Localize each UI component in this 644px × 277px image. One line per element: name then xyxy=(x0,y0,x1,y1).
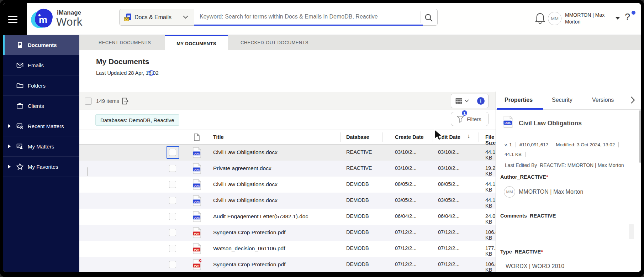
hamburger-menu-button[interactable] xyxy=(3,3,27,35)
panel-tab-properties[interactable]: Properties xyxy=(505,97,533,103)
doc-meta-item: 44.1 KB xyxy=(505,152,522,157)
filters-count-badge: 1 xyxy=(461,110,468,116)
sidebar-item-my-matters[interactable]: My Matters xyxy=(3,136,79,157)
required-asterisk: * xyxy=(541,249,543,255)
table-row[interactable]: DOCAudit Engagement Letter(57382.1).docD… xyxy=(79,209,496,225)
column-title[interactable]: Title xyxy=(213,134,224,140)
row-checkbox[interactable] xyxy=(169,229,176,236)
database-filter-chip[interactable]: Databases: DemoDB, Reactive xyxy=(95,114,179,126)
tab-checked-out-documents[interactable]: CHECKED-OUT DOCUMENTS xyxy=(228,35,321,50)
user-name[interactable]: MMORTON | Max Morton xyxy=(565,12,611,25)
row-database: DEMODB xyxy=(346,229,369,235)
expand-chevron-icon[interactable] xyxy=(8,145,11,148)
meta-separator xyxy=(525,152,526,157)
expand-chevron-icon[interactable] xyxy=(8,165,11,168)
page-title: My Documents xyxy=(96,57,149,66)
star-icon xyxy=(16,163,23,170)
docs-and-emails-icon xyxy=(124,14,132,21)
row-title[interactable]: Watson_decision_061106.pdf xyxy=(213,245,285,252)
table-row[interactable]: DOCCivil Law Obligations.docxDEMODB03/05… xyxy=(79,193,496,209)
file-icon-cell: PDF xyxy=(192,227,201,240)
row-file-size: 19.2 KB xyxy=(485,165,496,177)
refresh-icon[interactable] xyxy=(148,69,155,77)
row-title[interactable]: Civil Law Obligations.docx xyxy=(213,181,278,188)
type-value[interactable]: WORDX | WORD 2010 xyxy=(506,263,564,270)
doc-file-icon: DOC xyxy=(192,163,201,174)
select-all-checkbox[interactable] xyxy=(85,98,92,105)
search-icon[interactable] xyxy=(424,13,433,22)
required-asterisk: * xyxy=(546,174,548,180)
row-checkbox[interactable] xyxy=(169,197,176,204)
panel-scrollbar[interactable] xyxy=(639,110,641,163)
row-title[interactable]: Civil Law Obligations.docx xyxy=(213,197,278,204)
row-edit-date: 08/05/2... xyxy=(438,181,459,187)
row-edit-date: 07/12/2... xyxy=(438,261,459,267)
table-row[interactable]: PDFSyngenta Crop Protection.pdfDEMODB07/… xyxy=(79,225,496,241)
row-title[interactable]: Syngenta Crop Protection.pdf xyxy=(213,229,285,236)
row-checkbox[interactable] xyxy=(169,245,176,252)
sidebar-item-folders[interactable]: Folders xyxy=(3,75,79,96)
search-scope-dropdown[interactable]: Docs & Emails xyxy=(120,9,194,25)
sidebar-item-my-favorites[interactable]: My Favorites xyxy=(3,157,79,177)
column-file-size[interactable]: File Size xyxy=(485,134,496,146)
table-row[interactable]: PDFSyngenta Crop Protection.pdfDEMODB07/… xyxy=(79,257,496,272)
row-checkbox[interactable] xyxy=(169,261,176,268)
sort-desc-icon[interactable]: ↓ xyxy=(467,133,470,140)
document-tabs: RECENT DOCUMENTSMY DOCUMENTSCHECKED-OUT … xyxy=(79,35,641,50)
row-title[interactable]: Audit Engagement Letter(57382.1).doc xyxy=(213,213,308,220)
table-row[interactable]: DOCCivil Law Obligations.docxREACTIVE03/… xyxy=(79,145,496,161)
search-input[interactable] xyxy=(200,14,413,20)
sidebar-item-clients[interactable]: Clients xyxy=(3,96,79,116)
meta-separator xyxy=(618,142,619,147)
filters-button[interactable]: 1 Filters xyxy=(451,112,489,126)
info-icon: i xyxy=(477,97,485,105)
sidebar-item-documents[interactable]: Documents xyxy=(3,35,79,55)
notifications-bell-icon[interactable] xyxy=(534,12,546,26)
row-checkbox[interactable] xyxy=(169,181,176,188)
pdf-file-icon: PDF xyxy=(192,259,201,270)
table-row[interactable]: DOCPrivate agreement.docxREACTIVE03/10/2… xyxy=(79,161,496,177)
expand-chevron-icon[interactable] xyxy=(8,124,11,128)
row-create-date: 03/10/2... xyxy=(395,149,416,155)
table-row[interactable]: DOCCivil Law Obligations.docxDEMODB08/05… xyxy=(79,177,496,193)
matter-clock-icon xyxy=(16,122,23,130)
row-title[interactable]: Syngenta Crop Protection.pdf xyxy=(213,261,285,268)
user-menu-caret-icon[interactable] xyxy=(616,17,620,20)
sidebar-item-recent-matters[interactable]: Recent Matters xyxy=(3,116,79,136)
row-title[interactable]: Private agreement.docx xyxy=(213,165,271,172)
table-row[interactable]: PDFWatson_decision_061106.pdfDEMODB07/12… xyxy=(79,241,496,257)
tab-my-documents[interactable]: MY DOCUMENTS xyxy=(165,35,228,51)
info-button[interactable]: i xyxy=(473,94,488,108)
tab-recent-documents[interactable]: RECENT DOCUMENTS xyxy=(85,35,165,50)
content-scrollbar[interactable] xyxy=(87,167,88,176)
export-list-icon[interactable] xyxy=(121,97,129,105)
svg-text:PDF: PDF xyxy=(194,248,200,251)
table-view-button[interactable] xyxy=(451,94,473,108)
row-database: DEMODB xyxy=(346,213,369,219)
sidebar-item-emails[interactable]: Emails xyxy=(3,55,79,75)
sidebar-item-label: My Favorites xyxy=(28,164,58,170)
active-indicator-bar xyxy=(3,35,5,55)
row-checkbox[interactable] xyxy=(169,149,176,156)
row-edit-date: 03/10/2... xyxy=(438,149,459,155)
column-database[interactable]: Database xyxy=(346,134,369,140)
panel-tab-versions[interactable]: Versions xyxy=(592,97,614,103)
view-options-group: i xyxy=(451,94,489,108)
help-button[interactable]: ? xyxy=(625,12,630,23)
svg-text:DOC: DOC xyxy=(194,168,200,171)
list-toolbar: 149 items xyxy=(79,92,496,110)
user-avatar[interactable]: MM xyxy=(548,12,561,25)
column-create-date[interactable]: Create Date xyxy=(395,134,424,140)
row-checkbox[interactable] xyxy=(169,165,176,172)
author-value[interactable]: MMORTON | Max Morton xyxy=(519,189,583,195)
comments-scrollbar[interactable] xyxy=(629,224,634,239)
comments-field-label: Comments_REACTIVE xyxy=(500,213,556,219)
doc-file-icon: DOC xyxy=(192,147,201,158)
panel-tab-security[interactable]: Security xyxy=(552,97,572,103)
row-create-date: 06/04/2... xyxy=(395,213,416,219)
svg-text:PDF: PDF xyxy=(194,232,200,235)
row-title[interactable]: Civil Law Obligations.docx xyxy=(213,149,278,156)
folder-icon xyxy=(16,82,23,89)
panel-more-tabs-chevron-icon[interactable] xyxy=(630,96,635,104)
row-checkbox[interactable] xyxy=(169,213,176,220)
